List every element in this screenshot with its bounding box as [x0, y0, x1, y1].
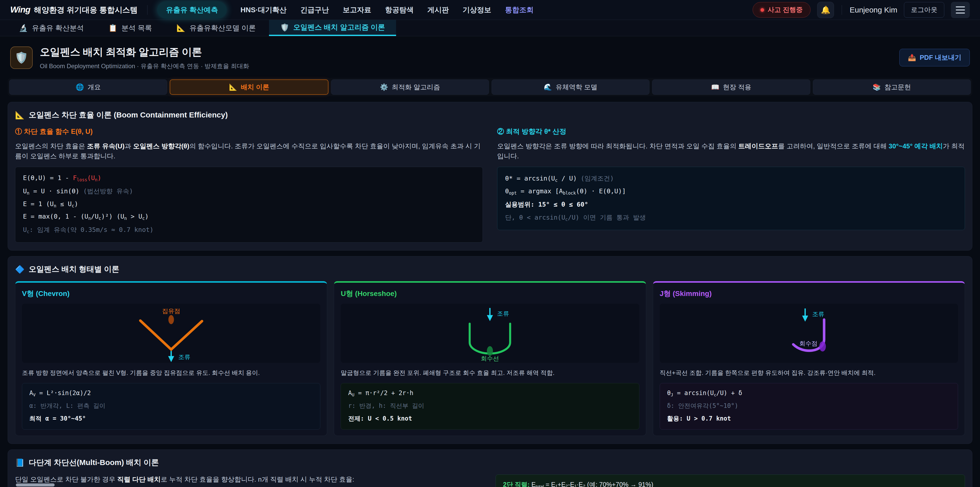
top-bar: Wing 해양환경 위기대응 통합시스템 유출유 확산예측 HNS·대기확산 긴…	[0, 0, 980, 20]
tab-label: 유출유 확산분석	[32, 23, 84, 33]
formula-line: α: 반개각, L: 편측 길이	[29, 402, 313, 410]
horseshoe-diagram: 조류 회수선	[341, 303, 639, 363]
efficiency-right-column: ② 최적 방향각 θ* 산정 오일펜스 방향각은 조류 방향에 따라 최적화됩니…	[497, 127, 965, 243]
panel-title-text: 오일펜스 차단 효율 이론 (Boom Containment Efficien…	[29, 110, 228, 120]
hamburger-bar	[956, 13, 965, 14]
export-icon: 📤	[908, 54, 916, 62]
optimal-angle-heading: ② 최적 방향각 θ* 산정	[497, 127, 965, 136]
horizontal-scrollbar-thumb[interactable]	[16, 484, 55, 487]
panel-title: 📘 다단계 차단선(Multi-Boom) 배치 이론	[15, 457, 965, 468]
sub-tab-bar: 🔬 유출유 확산분석 📋 분석 목록 📐 유출유확산모델 이론 🛡️ 오일펜스 …	[0, 20, 980, 36]
formula-line: AU = π·r²/2 + 2r·h	[348, 390, 632, 398]
hamburger-bar	[956, 10, 965, 10]
efficiency-function-heading: ① 차단 효율 함수 E(θ, U)	[15, 127, 483, 136]
logout-button[interactable]: 로그아웃	[904, 2, 944, 18]
nav-item-integrated-search[interactable]: 통합조회	[505, 5, 534, 15]
multiboom-body: 단일 오일펜스로 차단 불가한 경우 직렬 다단 배치로 누적 차단 효율을 향…	[15, 474, 484, 484]
section-tab-label: 최적화 알고리즘	[392, 83, 440, 92]
section-tab-label: 유체역학 모델	[555, 83, 597, 92]
page-title: 오일펜스 배치 최적화 알고리즘 이론	[40, 45, 249, 59]
current-arrow-head	[802, 315, 808, 321]
section-tab-references[interactable]: 📚 참고문헌	[813, 80, 971, 95]
formula-line: θ* = arcsin(Uc / U) (임계조건)	[505, 174, 957, 183]
open-book-icon: 📖	[711, 83, 719, 91]
multiboom-right-column: 2단 직렬: Etotal = E₁+E₂-E₁·E₂ (예: 70%+70% …	[496, 474, 965, 487]
nav-item-hns-diffusion[interactable]: HNS·대기확산	[240, 5, 286, 15]
current-label: 조류	[497, 310, 509, 317]
globe-icon: 🌐	[76, 83, 84, 91]
panel-title-text: 다단계 차단선(Multi-Boom) 배치 이론	[29, 457, 159, 468]
panel-title: 🔷 오일펜스 배치 형태별 이론	[15, 264, 965, 275]
containment-efficiency-panel: 📐 오일펜스 차단 효율 이론 (Boom Containment Effici…	[8, 102, 972, 251]
microscope-icon: 🔬	[19, 24, 28, 32]
card-chevron-boom: V형 (Chevron) 집유점 조류 조류 방향 정면에서 양측으로 펼친 V…	[15, 281, 327, 436]
triangle-ruler-icon: 📐	[229, 83, 237, 91]
hamburger-menu-button[interactable]	[951, 2, 970, 18]
current-arrow-head	[168, 356, 174, 362]
formula-line: 실용범위: 15° ≤ θ ≤ 60°	[505, 200, 957, 209]
blue-book-icon: 📘	[15, 458, 24, 467]
current-label: 조류	[812, 310, 824, 317]
j-boom-diagram-svg: 조류 회수점	[660, 303, 958, 363]
note-two-stage-series: 2단 직렬: Etotal = E₁+E₂-E₁·E₂ (예: 70%+70% …	[496, 474, 965, 487]
wave-icon: 🌊	[544, 83, 552, 91]
efficiency-left-column: ① 차단 효율 함수 E(θ, U) 오일펜스의 차단 효율은 조류 유속(U)…	[15, 127, 483, 243]
current-arrow-head	[487, 315, 493, 321]
section-tab-label: 현장 적용	[723, 83, 751, 92]
formula-line: δ: 안전여유각(5°~10°)	[667, 402, 951, 410]
card-title: U형 (Horseshoe)	[341, 289, 639, 299]
section-tab-overview[interactable]: 🌐 개요	[9, 80, 167, 95]
shield-icon: 🛡️	[280, 23, 289, 32]
nav-item-reports[interactable]: 보고자료	[343, 5, 371, 15]
panel-title-text: 오일펜스 배치 형태별 이론	[29, 264, 119, 275]
bell-icon: 🔔	[821, 5, 830, 14]
formula-line: E = 1 (Un ≤ Uc)	[23, 200, 475, 208]
tab-boom-algorithm-theory[interactable]: 🛡️ 오일펜스 배치 알고리즘 이론	[269, 20, 396, 36]
card-title: V형 (Chevron)	[22, 289, 320, 299]
pdf-export-button[interactable]: 📤 PDF 내보내기	[899, 49, 970, 66]
logo-mark: Wing	[10, 5, 30, 14]
nav-item-emergency-rescue[interactable]: 긴급구난	[301, 5, 329, 15]
optimal-angle-body: 오일펜스 방향각은 조류 방향에 따라 최적화됩니다. 차단 면적과 오일 수집…	[497, 141, 965, 161]
page-subtitle: Oil Boom Deployment Optimization · 유출유 확…	[40, 62, 249, 70]
logo-divider	[147, 5, 148, 15]
skimming-diagram: 조류 회수점	[660, 303, 958, 363]
section-tab-fluid-model[interactable]: 🌊 유체역학 모델	[492, 80, 649, 95]
section-tab-field-application[interactable]: 📖 현장 적용	[652, 80, 810, 95]
card-formula-box: AU = π·r²/2 + 2r·h r: 반경, h: 직선부 길이 전제: …	[341, 383, 639, 430]
card-description: 직선+곡선 조합. 기름을 한쪽으로 편향 유도하여 집유. 강조류·연안 배치…	[660, 369, 958, 377]
recovery-line-label: 회수선	[481, 355, 499, 362]
recovery-point-label: 회수점	[799, 340, 818, 346]
tab-label: 유출유확산모델 이론	[189, 23, 256, 33]
incident-dot-icon	[760, 8, 764, 12]
multi-boom-panel: 📘 다단계 차단선(Multi-Boom) 배치 이론 단일 오일펜스로 차단 …	[8, 449, 972, 487]
page-shield-icon: 🛡️	[10, 46, 33, 69]
tab-spill-analysis[interactable]: 🔬 유출유 확산분석	[8, 20, 95, 36]
nav-item-aerial-search[interactable]: 항공탐색	[385, 5, 414, 15]
hamburger-bar	[956, 6, 965, 7]
optimal-angle-formula-box: θ* = arcsin(Uc / U) (임계조건) θopt = argmax…	[497, 167, 965, 230]
user-divider	[842, 5, 842, 15]
section-tab-deployment-theory[interactable]: 📐 배치 이론	[170, 80, 328, 95]
triangle-ruler-icon: 📐	[15, 110, 24, 120]
tab-analysis-list[interactable]: 📋 분석 목록	[97, 20, 163, 36]
section-tab-label: 참고문헌	[885, 83, 911, 92]
notifications-button[interactable]: 🔔	[817, 2, 834, 18]
formula-line: AV = L²·sin(2α)/2	[29, 390, 313, 398]
nav-item-oil-spill-prediction[interactable]: 유출유 확산예측	[157, 2, 227, 18]
section-tabs: 🌐 개요 📐 배치 이론 ⚙️ 최적화 알고리즘 🌊 유체역학 모델 📖 현장 …	[8, 78, 972, 96]
user-name: Eunjeong Kim	[850, 6, 897, 14]
gear-icon: ⚙️	[380, 83, 388, 91]
card-horseshoe-boom: U형 (Horseshoe) 조류 회수선 말굽형으로 기름을 완전 포위. 폐…	[334, 281, 646, 436]
tab-diffusion-model-theory[interactable]: 📐 유출유확산모델 이론	[165, 20, 267, 36]
card-description: 조류 방향 정면에서 양측으로 펼친 V형. 기름을 중앙 집유점으로 유도. …	[22, 369, 320, 377]
formula-line: θJ = arcsin(Uc/U) + δ	[667, 390, 951, 398]
incident-status-badge[interactable]: 사고 진행중	[752, 2, 811, 18]
nav-item-weather[interactable]: 기상정보	[463, 5, 491, 15]
card-formula-box: AV = L²·sin(2α)/2 α: 반개각, L: 편측 길이 최적 α …	[22, 383, 320, 430]
formula-line: E = max(0, 1 - (Un/Uc)²) (Un > Uc)	[23, 213, 475, 221]
tab-label: 오일펜스 배치 알고리즘 이론	[293, 22, 385, 32]
nav-item-board[interactable]: 게시판	[428, 5, 449, 15]
page-title-block: 오일펜스 배치 최적화 알고리즘 이론 Oil Boom Deployment …	[40, 45, 249, 70]
section-tab-optimization-algorithm[interactable]: ⚙️ 최적화 알고리즘	[331, 80, 489, 95]
